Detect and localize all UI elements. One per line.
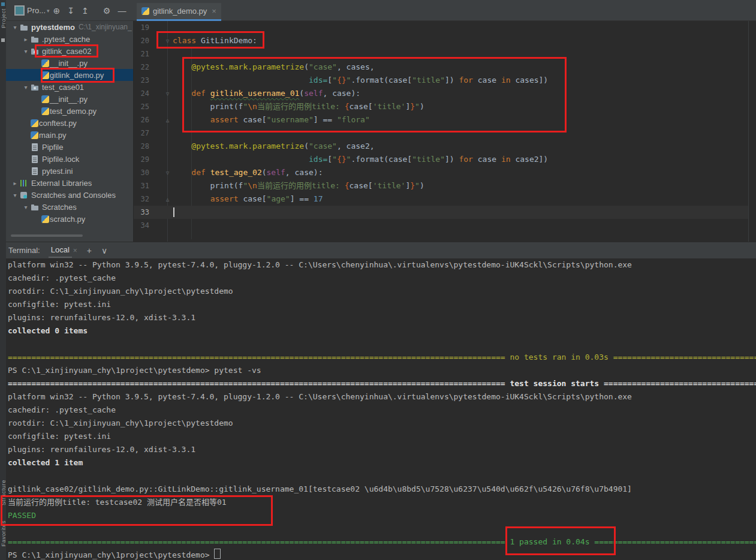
code-line-30[interactable]: 30▿ def test_age_02(self, case): [134,166,756,179]
favorites-stripe-label[interactable]: Favorites [0,520,6,547]
project-view-icon[interactable] [14,5,25,16]
tree-item-label: Scratches and Consoles [31,191,116,200]
code-line-29[interactable]: 29 ids=["{}".format(case["title"]) for c… [134,153,756,166]
tree-item-scratches[interactable]: ▾Scratches [6,201,133,213]
code-line-20[interactable]: 20▿class GitLinkDemo: [134,34,756,47]
tree-item-label: gitlink_demo.py [50,71,104,80]
chevron-down-icon[interactable]: ▾ [11,192,19,198]
tree-item-label: pytest.ini [42,167,73,176]
code-line-34[interactable]: 34 [134,219,756,232]
project-stripe-label[interactable]: Project [0,8,6,28]
tree-item-label: External Libraries [31,179,92,188]
code-line-33[interactable]: 33 [134,206,756,219]
close-tab-icon[interactable]: × [212,7,216,16]
terminal-line: rootdir: C:\1_xinjinyuan_chy\1project\py… [6,285,756,298]
line-number: 24 [134,87,149,100]
line-number: 19 [134,21,149,34]
tree-item--init-py[interactable]: __init__.py [6,57,133,69]
tree-item-pipfile-lock[interactable]: Pipfile.lock [6,153,133,165]
line-number: 25 [134,100,149,113]
project-horizontal-scrollbar[interactable] [11,234,83,237]
editor-vertical-scrollbar[interactable] [748,21,756,242]
tree-item-conftest-py[interactable]: conftest.py [6,117,133,129]
code-line-24[interactable]: 24▿ def gitlink_username_01(self, case): [134,87,756,100]
python-file-icon [31,119,38,127]
terminal-options-chevron-icon[interactable]: ∨ [101,246,107,255]
code-line-26[interactable]: 26▵ assert case["username"] == "flora" [134,113,756,127]
locate-icon[interactable]: ⊕ [53,6,61,16]
expand-all-icon[interactable]: ↧ [67,6,74,16]
tree-item-scratch-py[interactable]: scratch.py [6,213,133,225]
tree-item-scratches-and-consoles[interactable]: ▾Scratches and Consoles [6,189,133,201]
tree-item-main-py[interactable]: main.py [6,129,133,141]
fold-end-icon[interactable]: ▵ [163,113,172,127]
tree-item-label: pytestdemo [31,23,75,32]
code-line-21[interactable]: 21 [134,47,756,61]
terminal-output[interactable]: platform win32 -- Python 3.9.5, pytest-7… [6,258,756,560]
tree-item-external-libraries[interactable]: ▸External Libraries [6,177,133,189]
terminal-line: PS C:\1_xinjinyuan_chy\1project\pytestde… [6,364,756,377]
chevron-down-icon[interactable]: ▾ [11,24,19,31]
tree-item-gitlink-demo-py[interactable]: gitlink_demo.py [6,69,133,81]
code-line-27[interactable]: 27 [134,127,756,140]
tree-item-label: scratch.py [50,215,85,224]
line-number: 23 [134,74,149,87]
project-toolbar-icons: ⊕↧↥⚙— [50,5,130,16]
terminal-label: Terminal: [8,246,40,255]
code-line-25[interactable]: 25 print(f"\n当前运行的用例title: {case['title'… [134,100,756,113]
tree-item-pipfile[interactable]: Pipfile [6,141,133,153]
chevron-down-icon[interactable]: ▾ [22,204,30,210]
collapse-all-icon[interactable]: ↥ [82,6,89,16]
text-caret [173,207,174,217]
code-text: ids=["{}".format(case["title"]) for case… [173,74,548,87]
chevron-right-icon[interactable]: ▸ [11,180,19,186]
code-text: class GitLinkDemo: [173,34,257,47]
tree-item--pytest-cache[interactable]: ▸.pytest_cache [6,33,133,45]
folder-icon [19,22,29,32]
terminal-cursor[interactable] [214,549,221,559]
code-line-22[interactable]: 22 @pytest.mark.parametrize("case", case… [134,61,756,74]
tree-item-pytestdemo[interactable]: ▾pytestdemoC:\1_xinjinyuan_ [6,21,133,33]
chevron-right-icon[interactable]: ▸ [22,36,30,43]
fold-start-icon[interactable]: ▿ [163,87,172,100]
tree-item-label: Pipfile.lock [42,155,79,164]
tree-item--init-py[interactable]: __init__.py [6,93,133,105]
terminal-line [6,469,756,483]
tree-item-test-demo-py[interactable]: test_demo.py [6,105,133,117]
terminal-line: plugins: rerunfailures-12.0, xdist-3.3.1 [6,311,756,324]
project-stripe-icon[interactable] [1,2,5,6]
terminal-separator-line: ========================================… [6,377,756,390]
project-panel-toolbar: Pro... ▾ ⊕↧↥⚙— [6,0,133,21]
tab-gitlink-demo[interactable]: gitlink_demo.py × [137,3,221,21]
code-editor[interactable]: 1920▿class GitLinkDemo:2122 @pytest.mark… [133,21,756,242]
code-line-32[interactable]: 32▵ assert case["age"] == 17 [134,192,756,206]
scratches-icon [19,190,29,200]
python-file-icon [41,71,49,79]
terminal-tab-close-icon[interactable]: × [73,246,77,255]
chevron-down-icon[interactable]: ▾ [22,48,30,55]
python-file-icon [141,7,149,15]
terminal-tab-local[interactable]: Local [49,245,72,258]
tree-item-gitlink-case02[interactable]: ▾gitlink_case02 [6,45,133,57]
chevron-down-icon[interactable]: ▾ [22,84,30,91]
bookmark-stripe-icon[interactable] [1,38,5,42]
fold-start-icon[interactable]: ▿ [163,166,172,179]
tree-item-pytest-ini[interactable]: pytest.ini [6,165,133,177]
code-line-23[interactable]: 23 ids=["{}".format(case["title"]) for c… [134,74,756,87]
code-line-19[interactable]: 19 [134,21,756,34]
terminal-line [6,522,756,535]
code-line-28[interactable]: 28 @pytest.mark.parametrize("case", case… [134,140,756,153]
project-view-selector-label: Pro... [27,6,46,15]
fold-start-icon[interactable]: ▿ [163,34,172,47]
project-view-selector[interactable]: Pro... ▾ [27,6,50,15]
hide-panel-icon[interactable]: — [118,6,126,16]
new-terminal-icon[interactable]: + [87,246,92,255]
structure-stripe-label[interactable]: Structure [0,480,6,505]
settings-gear-icon[interactable]: ⚙ [103,6,111,16]
code-text: assert case["age"] == 17 [173,192,323,206]
tree-item-test-case01[interactable]: ▾test_case01 [6,81,133,93]
code-line-31[interactable]: 31 print(f"\n当前运行的用例title: {case['title'… [134,179,756,192]
terminal-separator-line: ========================================… [6,351,756,364]
external-libraries-icon [19,178,29,188]
fold-end-icon[interactable]: ▵ [163,192,172,206]
